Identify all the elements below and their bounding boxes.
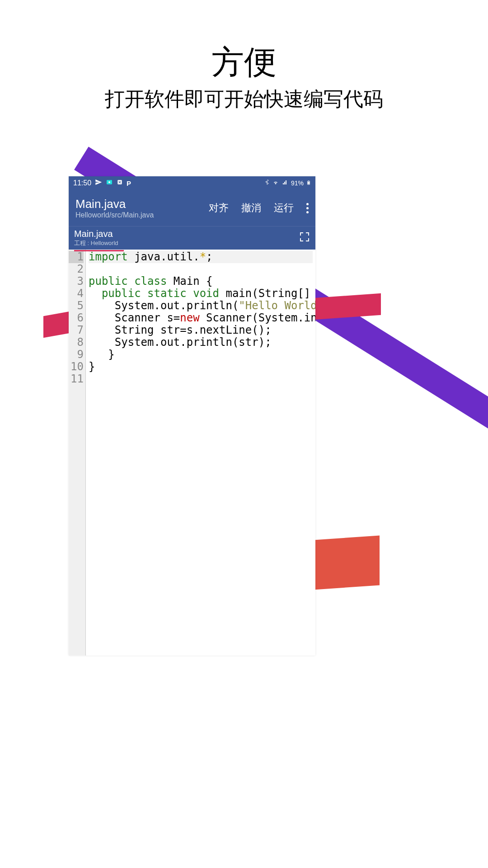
tab-main-java[interactable]: Main.java 工程 : Helloworld xyxy=(74,229,118,247)
code-line[interactable]: System.out.println(str); xyxy=(89,336,313,349)
tab-project: 工程 : Helloworld xyxy=(74,239,118,247)
code-line[interactable]: System.out.println("Hello World xyxy=(89,300,313,312)
notification-icon xyxy=(117,179,123,187)
status-time: 11:50 xyxy=(73,179,91,187)
line-number: 4 xyxy=(69,288,84,300)
bluetooth-icon xyxy=(265,179,269,187)
line-number: 7 xyxy=(69,324,84,336)
code-line[interactable]: Scanner s=new Scanner(System.in xyxy=(89,312,313,324)
promo-subtitle: 打开软件即可开始快速编写代码 xyxy=(0,86,488,113)
code-editor[interactable]: 1234567891011 import java.util.*; public… xyxy=(69,250,315,656)
file-path: Helloworld/src/Main.java xyxy=(75,211,154,219)
undo-button[interactable]: 撤消 xyxy=(241,201,261,215)
tab-underline xyxy=(74,250,124,251)
telegram-icon xyxy=(95,179,102,188)
battery-icon xyxy=(306,179,311,188)
status-bar: 11:50 P 91% xyxy=(69,176,315,190)
tab-name: Main.java xyxy=(74,229,118,239)
code-line[interactable]: import java.util.*; xyxy=(89,251,313,263)
tab-bar: Main.java 工程 : Helloworld xyxy=(69,226,315,250)
camera-icon xyxy=(106,179,113,188)
svg-rect-4 xyxy=(308,180,309,181)
signal-icon xyxy=(282,179,288,187)
run-button[interactable]: 运行 xyxy=(274,201,294,215)
more-menu-button[interactable] xyxy=(306,203,309,213)
promo-title: 方便 xyxy=(0,41,488,84)
code-content[interactable]: import java.util.*; public class Main { … xyxy=(86,250,315,656)
line-number-gutter: 1234567891011 xyxy=(69,250,86,656)
battery-percent: 91% xyxy=(291,179,304,187)
line-number: 11 xyxy=(69,373,84,385)
code-line[interactable]: } xyxy=(89,361,313,373)
line-number: 5 xyxy=(69,300,84,312)
app-bar: Main.java Helloworld/src/Main.java 对齐 撤消… xyxy=(69,190,315,226)
svg-point-1 xyxy=(108,181,110,183)
line-number: 2 xyxy=(69,263,84,275)
code-line[interactable] xyxy=(89,263,313,275)
line-number: 6 xyxy=(69,312,84,324)
line-number: 3 xyxy=(69,275,84,288)
code-line[interactable]: public class Main { xyxy=(89,275,313,288)
line-number: 8 xyxy=(69,336,84,349)
code-line[interactable]: } xyxy=(89,349,313,361)
decor-red-bar-mid xyxy=(313,293,381,320)
line-number: 10 xyxy=(69,361,84,373)
code-line[interactable]: String str=s.nextLine(); xyxy=(89,324,313,336)
align-button[interactable]: 对齐 xyxy=(209,201,229,215)
file-title: Main.java xyxy=(75,197,154,211)
phone-screenshot: 11:50 P 91% xyxy=(69,176,315,656)
p-icon: P xyxy=(127,179,131,187)
line-number: 1 xyxy=(69,251,84,263)
decor-red-bar-right xyxy=(307,535,380,590)
line-number: 9 xyxy=(69,349,84,361)
code-line[interactable] xyxy=(89,373,313,385)
wifi-icon xyxy=(272,179,279,187)
code-line[interactable]: public static void main(String[] xyxy=(89,288,313,300)
svg-rect-5 xyxy=(308,181,309,184)
expand-icon[interactable] xyxy=(299,231,310,245)
